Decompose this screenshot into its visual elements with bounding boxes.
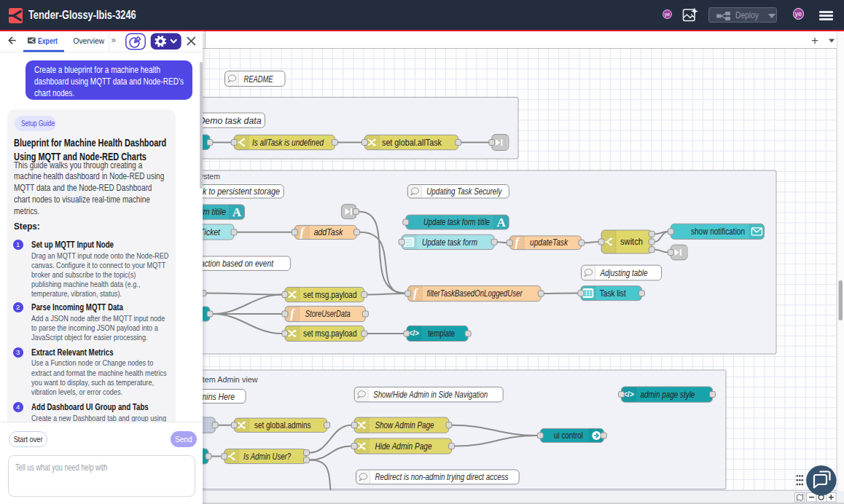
svg-text:set global.admins: set global.admins — [254, 420, 311, 430]
svg-text:Demo task data: Demo task data — [199, 116, 262, 126]
svg-text:A: A — [233, 205, 242, 219]
svg-text:Adjusting table: Adjusting table — [600, 268, 648, 278]
svg-text:StoreUserData: StoreUserData — [305, 309, 351, 319]
svg-text:A: A — [497, 216, 507, 229]
svg-text:addTask: addTask — [313, 227, 343, 237]
svg-text:Is Admin User?: Is Admin User? — [243, 452, 291, 462]
svg-text:</>: </> — [623, 390, 634, 398]
svg-text:Update task form titile: Update task form titile — [423, 217, 490, 227]
svg-text:switch: switch — [620, 237, 643, 247]
svg-text:Is allTask is undefined: Is allTask is undefined — [252, 138, 324, 148]
svg-text:set msg.payload: set msg.payload — [303, 328, 357, 339]
svg-text:README: README — [244, 74, 273, 84]
svg-text:set global.allTask: set global.allTask — [382, 138, 442, 148]
svg-text:Task list: Task list — [600, 288, 626, 299]
svg-text:</>: </> — [409, 329, 420, 337]
svg-text:admin page style: admin page style — [640, 390, 695, 400]
svg-text:Expert: Expert — [38, 36, 58, 45]
svg-text:Show Admin Page: Show Admin Page — [375, 420, 434, 430]
svg-text:»: » — [112, 35, 117, 45]
svg-text:updateTask: updateTask — [530, 237, 568, 248]
svg-text:ui control: ui control — [554, 430, 583, 441]
svg-text:Show/Hide Admin in Side Naviga: Show/Hide Admin in Side Navigation — [373, 390, 488, 400]
svg-text:Hide Admin Page: Hide Admin Page — [375, 441, 432, 452]
svg-text:Update task form: Update task form — [422, 237, 477, 248]
svg-text:set msg.payload: set msg.payload — [303, 290, 357, 300]
svg-text:Redirect is non-admin trying d: Redirect is non-admin trying direct acce… — [375, 472, 509, 482]
svg-text:+: + — [811, 34, 818, 47]
svg-text:Updating Task Securely: Updating Task Securely — [426, 186, 502, 197]
svg-text:filterTaskBasedOnLoggedUser: filterTaskBasedOnLoggedUser — [427, 288, 523, 299]
svg-text:Overview: Overview — [74, 36, 105, 45]
svg-text:template: template — [428, 328, 455, 339]
svg-text:show notification: show notification — [691, 227, 745, 237]
